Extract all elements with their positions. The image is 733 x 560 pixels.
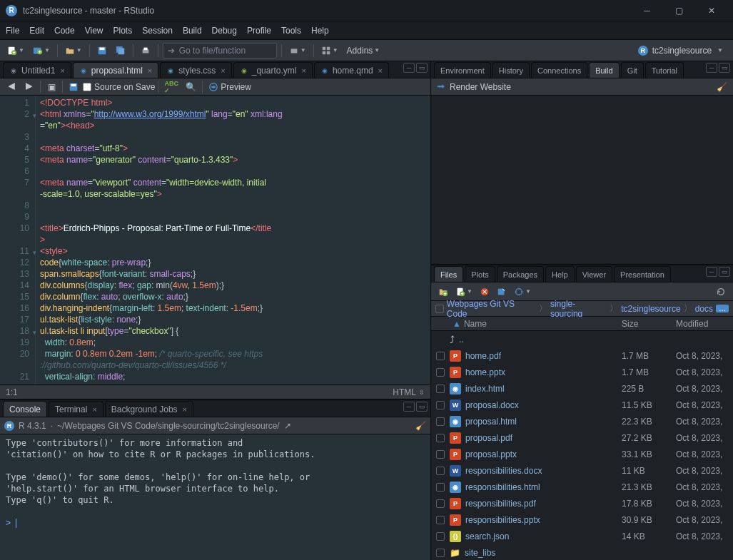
menu-plots[interactable]: Plots [113,26,133,36]
menu-code[interactable]: Code [54,26,75,36]
spellcheck-button[interactable]: ABC✓ [161,79,181,95]
refresh-button[interactable] [713,284,729,300]
more-button[interactable]: ▼ [511,284,534,300]
grid-button[interactable]: ▼ [318,43,341,58]
file-name[interactable]: {}search.json [450,531,622,542]
file-checkbox[interactable] [436,483,445,492]
source-on-save-checkbox[interactable]: Source on Save [83,82,155,92]
close-tab-icon[interactable]: × [221,66,225,75]
save-all-button[interactable] [113,43,128,58]
breadcrumb-3[interactable]: docs [695,304,713,314]
tools-button[interactable]: ▼ [286,43,309,58]
close-tab-icon[interactable]: × [148,66,152,75]
file-name[interactable]: Wresponsibilities.docx [450,465,622,477]
menu-help[interactable]: Help [311,26,329,36]
code-editor[interactable]: 12▾34567891011▾12131415161718▾19202122▴2… [0,96,430,385]
forward-button[interactable]: ⯈ [21,79,37,95]
file-row[interactable]: 📁site_libs [431,544,733,560]
env-tab-tutorial[interactable]: Tutorial [645,62,684,78]
file-name[interactable]: Wproposal.docx [450,399,622,411]
file-checkbox[interactable] [436,516,445,524]
close-tab-icon[interactable]: × [378,66,383,75]
file-name[interactable]: ◉responsibilities.html [450,482,622,493]
files-tab-presentation[interactable]: Presentation [614,266,671,282]
goto-file-function[interactable]: ➔ Go to file/function [163,43,277,58]
menu-file[interactable]: File [6,26,19,36]
close-tab-icon[interactable]: × [183,405,187,414]
save-file-button[interactable] [66,79,81,95]
file-row[interactable]: Phome.pdf 1.7 MB Oct 8, 2023, [431,347,733,364]
file-row[interactable]: ◉index.html 225 B Oct 8, 2023, [431,380,733,397]
file-row[interactable]: {}search.json 14 KB Oct 8, 2023, [431,528,733,544]
file-name[interactable]: Pproposal.pptx [450,449,622,460]
new-project-button[interactable]: ▼ [30,43,53,58]
maximize-pane-button[interactable]: ▭ [719,267,730,277]
file-name[interactable]: Phome.pptx [450,367,622,378]
col-name-header[interactable]: ▲Name [450,319,622,329]
clear-build-icon[interactable]: 🧹 [717,82,727,92]
file-row[interactable]: Pproposal.pdf 27.2 KB Oct 8, 2023, [431,429,733,446]
col-size-header[interactable]: Size [622,319,676,329]
file-list[interactable]: ⤴.. Phome.pdf 1.7 MB Oct 8, 2023, Phome.… [431,331,733,560]
minimize-pane-button[interactable]: ─ [706,267,717,277]
preview-button[interactable]: Preview [206,79,254,95]
console-output[interactable]: Type 'contributors()' for more informati… [0,434,430,560]
minimize-pane-button[interactable]: ─ [403,63,415,73]
clear-console-icon[interactable]: 🧹 [415,421,426,431]
file-name[interactable]: ◉index.html [450,383,622,394]
file-checkbox[interactable] [436,417,445,426]
file-checkbox[interactable] [436,450,445,459]
file-name[interactable]: Presponsibilities.pptx [450,514,622,526]
file-checkbox[interactable] [436,352,445,360]
new-blank-file-button[interactable]: ▼ [453,284,475,300]
file-checkbox[interactable] [436,549,445,557]
file-name[interactable]: ⤴.. [450,334,622,345]
files-tab-viewer[interactable]: Viewer [576,266,612,282]
menu-build[interactable]: Build [183,26,202,36]
minimize-pane-button[interactable]: ─ [403,402,415,412]
show-in-new-window-button[interactable]: ▣ [44,79,59,95]
close-tab-icon[interactable]: × [60,66,64,75]
minimize-button[interactable]: ─ [631,0,663,21]
breadcrumb-1[interactable]: single-sourcing [550,299,607,319]
language-selector[interactable]: HTML ⇳ [393,387,425,397]
env-tab-connections[interactable]: Connections [531,62,587,78]
close-tab-icon[interactable]: × [301,66,305,75]
col-modified-header[interactable]: Modified [676,319,733,329]
menu-debug[interactable]: Debug [212,26,237,36]
new-file-button[interactable]: ▼ [4,43,27,58]
addins-button[interactable]: Addins▼ [344,43,383,58]
file-checkbox[interactable] [436,499,445,508]
close-button[interactable]: ✕ [695,0,727,21]
console-tab-background-jobs[interactable]: Background Jobs× [105,401,193,417]
console-cwd[interactable]: ~/Webpages Git VS Code/single-sourcing/t… [57,421,280,431]
editor-tab-1[interactable]: ◉proposal.html× [73,62,158,78]
minimize-pane-button[interactable]: ─ [706,63,717,73]
editor-tab-3[interactable]: ◉_quarto.yml× [233,62,313,78]
file-checkbox[interactable] [436,434,445,442]
file-row[interactable]: Pproposal.pptx 33.1 KB Oct 8, 2023, [431,446,733,462]
back-button[interactable]: ⯇ [4,79,20,95]
rename-button[interactable] [494,284,510,300]
console-tab-terminal[interactable]: Terminal× [49,401,103,417]
file-row[interactable]: ◉responsibilities.html 21.3 KB Oct 8, 20… [431,479,733,495]
project-menu[interactable]: R tc2singlesource ▼ [632,46,729,56]
path-more-button[interactable]: … [716,305,729,312]
menu-tools[interactable]: Tools [281,26,301,36]
menu-session[interactable]: Session [142,26,173,36]
find-button[interactable]: 🔍 [183,79,199,95]
menu-profile[interactable]: Profile [247,26,271,36]
editor-tab-4[interactable]: ◉home.qmd× [314,62,389,78]
file-row[interactable]: Phome.pptx 1.7 MB Oct 8, 2023, [431,364,733,380]
open-file-button[interactable]: ▼ [62,43,85,58]
files-tab-packages[interactable]: Packages [497,266,544,282]
maximize-button[interactable]: ▢ [663,0,695,21]
new-folder-button[interactable] [435,284,451,300]
print-button[interactable] [138,43,153,58]
menu-edit[interactable]: Edit [29,26,44,36]
file-name[interactable]: Presponsibilities.pdf [450,498,622,509]
close-tab-icon[interactable]: × [92,405,96,414]
file-checkbox[interactable] [436,401,445,409]
files-tab-plots[interactable]: Plots [465,266,495,282]
file-checkbox[interactable] [436,467,445,475]
